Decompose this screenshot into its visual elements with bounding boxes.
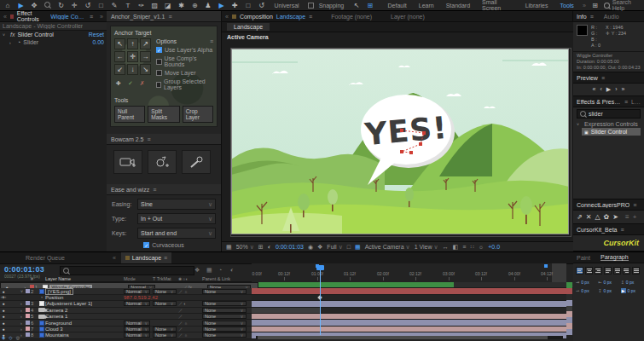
layer-switches[interactable]: ／ [178, 314, 202, 319]
position-track[interactable] [252, 295, 566, 301]
roi-icon[interactable]: □ [347, 244, 351, 250]
stopwatch-icon[interactable]: ◔ [17, 39, 20, 45]
parent-select[interactable]: None∨ [202, 332, 247, 338]
orbit-camera-tool-icon[interactable]: ↻ [57, 0, 66, 11]
align-left-button[interactable] [576, 267, 583, 275]
layer-row-6[interactable]: ● › 6 Foreground Normal∨ ／ ☼ None∨ [0, 320, 573, 326]
paragraph-tab[interactable]: Paragraph [600, 254, 629, 261]
checkbox-checked-icon[interactable]: ✓ [156, 47, 162, 53]
panel-menu-icon[interactable]: ≡ [601, 75, 605, 81]
align-center-button[interactable] [585, 267, 593, 275]
checkbox-icon[interactable] [156, 70, 162, 76]
options-menu-icon[interactable]: ≡ [210, 38, 213, 44]
eye-icon[interactable]: ● [0, 321, 7, 326]
plugin-cursor-icon[interactable]: ▶ [218, 0, 226, 11]
label-color[interactable] [26, 289, 30, 293]
frame-blend-toggle-icon[interactable]: ◇ [9, 335, 12, 340]
workspace-standard[interactable]: Standard [443, 3, 473, 9]
first-line-indent-field[interactable]: ⇀0 px [576, 288, 596, 293]
magnification-select[interactable]: 50% ∨ [236, 244, 254, 251]
shy-toggle-icon[interactable]: ◈ [2, 335, 5, 340]
options-icon[interactable]: ≡ [625, 213, 629, 221]
view-layout-select[interactable]: 1 View ∨ [415, 244, 438, 251]
mode-select[interactable]: Normal∨ [124, 301, 150, 306]
anchor-bottom-button[interactable]: ↓ [127, 64, 138, 75]
playhead-line[interactable] [320, 269, 321, 335]
render-queue-tab[interactable]: Render Queue [26, 255, 65, 261]
space-after-field[interactable]: ↧0 px [598, 288, 618, 293]
comp-timecode[interactable]: 0:00:01:03 [276, 244, 304, 250]
panel-menu-icon[interactable]: ≡ [168, 14, 171, 20]
composition-tab[interactable]: Composition [240, 14, 273, 20]
fast-previews-icon[interactable]: ◧ [453, 244, 459, 251]
help-search[interactable]: Search Help [604, 0, 641, 11]
add-null-button[interactable] [148, 150, 177, 174]
add-camera-button[interactable] [113, 150, 142, 174]
anchor-bottom-left-button[interactable]: ↙ [114, 64, 125, 75]
clone-stamp-tool-icon[interactable]: ▨ [150, 0, 159, 11]
snapshot-icon[interactable]: ◉ [308, 244, 313, 251]
camera-select[interactable]: Active Camera ∨ [365, 244, 410, 251]
safe-guides-icon[interactable]: ⊞ [258, 244, 264, 251]
layer-name[interactable]: Camera 1 [45, 314, 124, 319]
col-parent[interactable]: Parent & Link [202, 276, 250, 281]
eye-icon[interactable]: ● [0, 308, 7, 313]
justify-last-left-button[interactable] [604, 267, 612, 275]
col-switches[interactable]: ❀☼◐ [178, 276, 202, 281]
eye-icon[interactable]: ● [0, 289, 7, 294]
panel-menu-icon[interactable]: ≡ [164, 255, 167, 261]
collapse-icon[interactable]: « [113, 255, 116, 261]
workspace-libraries[interactable]: Libraries [522, 3, 552, 9]
timeline-search-input[interactable] [60, 266, 194, 275]
anchor-bottom-right-button[interactable]: ↘ [140, 64, 151, 75]
comp-mini-flowchart-icon[interactable]: ❖ [194, 267, 200, 274]
layer-name[interactable]: [YES.png] [45, 288, 73, 295]
layer-row-7[interactable]: ● › 7 Cloud 3 Normal∨ None∨ ／ None∨ [0, 327, 573, 332]
keyframe-nav-icons[interactable]: ‹◆› [0, 295, 7, 299]
layer-row-3[interactable]: ● › 3 [Adjustment Layer 1] Normal∨ None∨… [0, 301, 573, 307]
timeline-button-icon[interactable]: ≡ [462, 244, 466, 250]
justify-all-button[interactable] [632, 267, 640, 275]
eye-icon[interactable]: ● [0, 314, 7, 319]
reset-exposure-icon[interactable]: ☼ [479, 244, 484, 250]
layer-name[interactable]: Mountains [45, 332, 124, 338]
eye-icon[interactable]: ● [0, 327, 7, 332]
layer-name[interactable]: Cloud 3 [45, 327, 124, 332]
footage-tab[interactable]: Footage (none) [331, 14, 372, 20]
effects-search-input[interactable]: slider [577, 109, 641, 118]
plugin-rotate-icon[interactable]: ↺ [258, 0, 266, 11]
add-icon[interactable]: + [633, 213, 637, 221]
position-label[interactable]: Position [45, 295, 124, 300]
indent-left-field[interactable]: ⇥0 px [576, 280, 596, 285]
stopwatch-icon[interactable]: ◔ [38, 295, 45, 300]
settings-flower-icon[interactable]: ✿ [604, 213, 610, 221]
trkmat-select[interactable]: None∨ [153, 301, 177, 306]
label-color[interactable] [26, 321, 30, 325]
ease-header[interactable]: Ease and wizz ≡ [107, 184, 221, 195]
info-tab[interactable]: Info [577, 14, 587, 20]
audio-tab[interactable]: Audio [604, 14, 619, 20]
panel-menu-icon[interactable]: ≡ [620, 227, 624, 233]
anchor-top-left-button[interactable]: ↖ [114, 38, 125, 49]
col-mode[interactable]: Mode [124, 276, 153, 281]
trkmat-select[interactable]: None∨ [153, 332, 177, 338]
layer-track-5[interactable] [252, 314, 566, 320]
justify-last-center-button[interactable] [613, 267, 621, 275]
mode-select[interactable]: Normal∨ [124, 289, 150, 294]
layer-name[interactable]: Camera 2 [45, 308, 124, 313]
grid-icon[interactable]: ⊞ [366, 0, 374, 11]
show-channel-icon[interactable]: ❖ [317, 244, 322, 251]
parent-select[interactable]: None∨ [202, 327, 247, 332]
null-parent-button[interactable]: Null Parent [114, 106, 145, 123]
checkbox-icon[interactable] [156, 82, 161, 88]
layer-row-4[interactable]: ● › 4 Camera 2 ／ None∨ [0, 308, 573, 314]
layer-switches[interactable]: ／ ☼ [178, 321, 202, 326]
panel-menu-icon[interactable]: ≡ [90, 14, 93, 20]
effect-controls-tab[interactable]: Effect Controls [17, 10, 48, 22]
label-color[interactable] [26, 332, 30, 337]
preview-tab[interactable]: Preview [577, 75, 598, 81]
space-before-field[interactable]: ↥0 px [621, 280, 641, 285]
workspace-manager-icon[interactable]: ⊞ [591, 0, 600, 11]
unlink-icon[interactable]: ✕ [586, 213, 592, 221]
plugin-shape-icon[interactable]: □ [244, 0, 252, 11]
